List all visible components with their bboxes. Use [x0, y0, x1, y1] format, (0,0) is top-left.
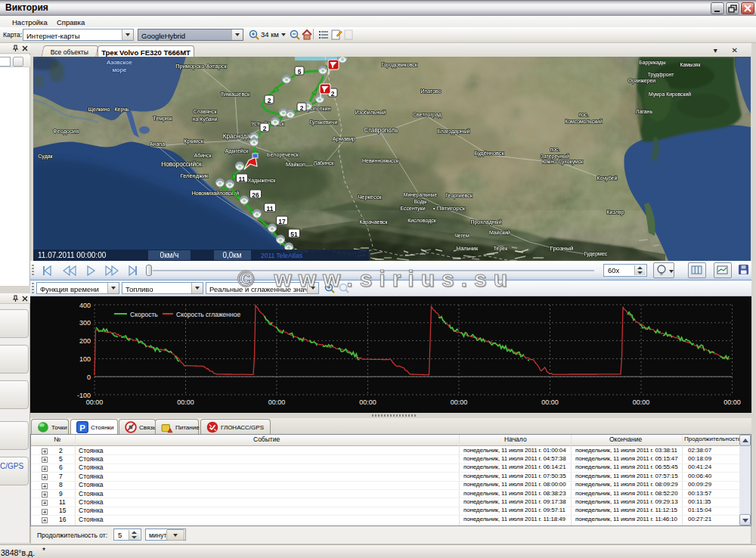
svg-text:Нальчик: Нальчик [457, 245, 479, 252]
svg-text:Хадыженск: Хадыженск [248, 178, 277, 184]
svg-text:Городовиковск: Городовиковск [381, 62, 418, 68]
svg-text:Гудермес: Гудермес [584, 251, 608, 257]
svg-text:00:00: 00:00 [268, 398, 286, 406]
svg-text:51: 51 [290, 231, 298, 238]
svg-text:Черкесск: Черкесск [358, 194, 382, 200]
svg-text:17: 17 [278, 218, 286, 225]
svg-text:200: 200 [79, 337, 91, 345]
svg-text:400: 400 [79, 302, 91, 309]
svg-text:00:00: 00:00 [451, 398, 468, 406]
svg-text:Кочубей: Кочубей [597, 175, 618, 181]
svg-text:00:00: 00:00 [633, 398, 650, 406]
svg-text:Славянск: Славянск [194, 109, 218, 114]
svg-text:100: 100 [79, 355, 91, 363]
svg-text:Скорость сглаженное: Скорость сглаженное [176, 311, 240, 318]
svg-text:Абинск: Абинск [194, 153, 212, 158]
svg-text:Азовское: Азовское [107, 59, 133, 66]
svg-text:Белореченск: Белореченск [267, 152, 299, 158]
svg-text:на Кубани: на Кубани [193, 116, 218, 122]
svg-text:Анапа: Анапа [150, 141, 165, 147]
svg-text:26: 26 [252, 191, 259, 199]
svg-text:00:00: 00:00 [359, 398, 376, 406]
svg-text:Оранжереи: Оранжереи [628, 78, 655, 84]
svg-text:2: 2 [300, 104, 304, 112]
svg-text:Минеральные: Минеральные [404, 192, 438, 198]
svg-text:2011 TeleAtlas: 2011 TeleAtlas [261, 252, 302, 259]
svg-text:Судак: Судак [38, 153, 53, 160]
svg-text:P: P [79, 423, 85, 432]
svg-text:Гулькевичи: Гулькевичи [310, 119, 338, 126]
svg-text:Майский: Майский [489, 230, 510, 235]
svg-text:Феодосия: Феодосия [53, 128, 79, 135]
svg-text:Грозный: Грозный [550, 245, 574, 252]
svg-text:2: 2 [268, 97, 271, 104]
svg-text:Тимашевск: Тимашевск [221, 91, 250, 98]
svg-text:Ипатово: Ипатово [420, 88, 441, 94]
svg-text:11: 11 [267, 205, 274, 212]
svg-text:2: 2 [263, 125, 267, 132]
svg-text:Невинномысск: Невинномысск [362, 158, 399, 163]
svg-text:Керчь: Керчь [114, 107, 129, 113]
svg-text:Новороссийск: Новороссийск [161, 161, 202, 168]
svg-text:Светлоград: Светлоград [413, 112, 442, 118]
svg-text:Ставрополь: Ставрополь [364, 127, 398, 134]
svg-text:Карачаевск: Карачаевск [359, 219, 388, 225]
svg-text:море: море [113, 67, 127, 73]
svg-text:2: 2 [331, 90, 335, 98]
svg-text:Кисловодск: Кисловодск [407, 218, 437, 224]
svg-text:Кизляр: Кизляр [607, 209, 624, 215]
svg-text:11: 11 [239, 175, 246, 183]
svg-text:300: 300 [79, 319, 91, 327]
svg-text:Адыгейск: Адыгейск [225, 148, 249, 154]
svg-text:• Пятигорск: • Пятигорск [433, 205, 466, 212]
svg-text:Благодарный: Благодарный [437, 129, 469, 135]
svg-text:Крымск: Крымск [184, 138, 204, 144]
svg-text:Скорость: Скорость [130, 311, 158, 318]
svg-text:-100: -100 [77, 392, 91, 399]
svg-text:Комсомольский: Комсомольский [565, 119, 603, 124]
svg-text:Лагань: Лагань [636, 109, 653, 114]
svg-text:Краснодар: Краснодар [223, 133, 254, 140]
svg-text:Баррикады: Баррикады [639, 60, 665, 66]
svg-text:Приморско-Ахтарск: Приморско-Ахтарск [175, 63, 227, 70]
svg-text:Изобильный: Изобильный [355, 110, 386, 115]
svg-text:Геленджик: Геленджик [181, 172, 209, 179]
svg-text:Воды: Воды [414, 199, 426, 205]
svg-text:Камызяк: Камызяк [680, 62, 700, 67]
svg-text:00:00: 00:00 [541, 398, 559, 406]
svg-text:Лабинск: Лабинск [314, 160, 335, 166]
svg-text:Прохладный: Прохладный [470, 219, 501, 225]
svg-text:0,0км: 0,0км [222, 251, 241, 259]
svg-text:0: 0 [87, 374, 91, 381]
svg-text:Чегем: Чегем [454, 233, 469, 238]
svg-text:Трудфронт: Трудфронт [648, 72, 674, 78]
svg-text:0км/ч: 0км/ч [160, 251, 179, 259]
svg-text:Мумра Кировский: Мумра Кировский [649, 91, 691, 98]
svg-text:5: 5 [298, 68, 302, 76]
svg-text:Терек: Терек [494, 246, 509, 252]
svg-text:Армавир: Армавир [333, 135, 355, 142]
svg-text:11.07.2011 00:00:00: 11.07.2011 00:00:00 [38, 251, 107, 259]
svg-text:Ессентуки: Ессентуки [400, 206, 425, 212]
svg-text:00:00: 00:00 [177, 398, 194, 406]
svg-text:Будённовск: Будённовск [474, 150, 504, 157]
svg-text:пос.: пос. [550, 147, 560, 152]
svg-text:пос.: пос. [579, 112, 589, 117]
svg-text:Щелкино: Щелкино [88, 107, 110, 113]
svg-text:Георгиевск: Георгиевск [445, 193, 472, 199]
svg-text:00:00: 00:00 [723, 398, 741, 406]
svg-text:Темрюк: Темрюк [153, 116, 173, 122]
svg-text:Майкоп: Майкоп [286, 161, 305, 168]
svg-text:00:00: 00:00 [86, 398, 104, 406]
svg-text:Южно-Сухокумск: Южно-Сухокумск [542, 159, 583, 165]
